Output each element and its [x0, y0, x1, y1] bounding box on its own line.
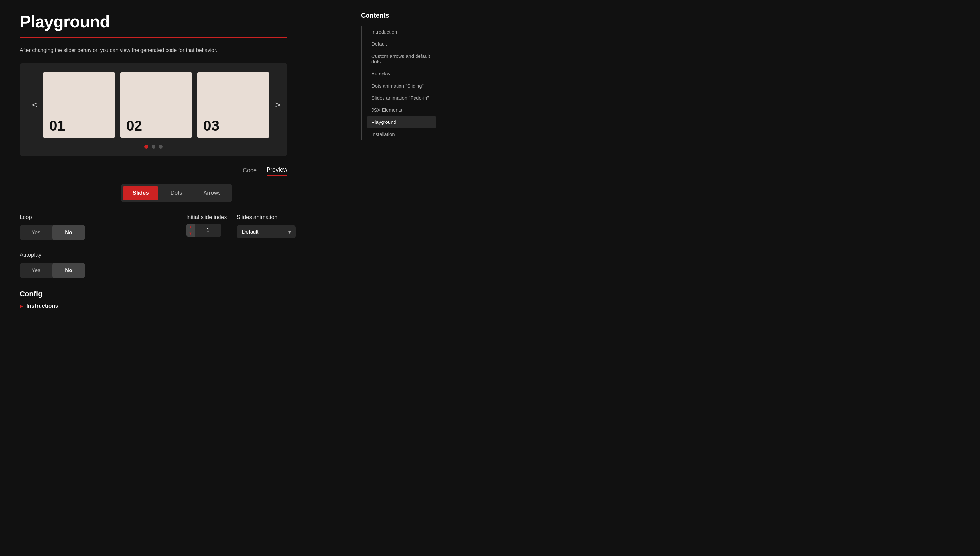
config-tab-arrows[interactable]: Arrows — [194, 186, 230, 200]
dot-3[interactable] — [159, 145, 163, 149]
slide-item-1: 01 — [43, 72, 115, 137]
sidebar-item-autoplay[interactable]: Autoplay — [367, 68, 436, 80]
slide-number-1: 01 — [49, 119, 65, 133]
sidebar-nav: Introduction Default Custom arrows and d… — [361, 26, 436, 140]
instructions-row[interactable]: ▶ Instructions — [19, 303, 287, 309]
slide-index-input[interactable] — [195, 224, 221, 237]
controls-grid: Loop Yes No Initial slide index ▲ ▼ Slid… — [19, 214, 333, 278]
loop-no-button[interactable]: No — [52, 225, 85, 240]
initial-slide-label: Initial slide index — [186, 214, 227, 220]
spinner-buttons: ▲ ▼ — [186, 224, 195, 236]
dot-2[interactable] — [152, 145, 155, 149]
next-arrow-button[interactable]: > — [269, 96, 286, 113]
page-title: Playground — [19, 12, 333, 31]
slides-animation-select[interactable]: Default Fade-in Sliding — [237, 225, 295, 238]
autoplay-control-group: Autoplay Yes No — [19, 252, 166, 278]
sidebar-item-installation[interactable]: Installation — [367, 128, 436, 140]
slider-container: < 01 02 03 > — [19, 63, 287, 157]
sidebar: Contents Introduction Default Custom arr… — [353, 0, 444, 556]
loop-label: Loop — [19, 214, 166, 220]
tab-code[interactable]: Code — [243, 166, 257, 176]
sidebar-item-default[interactable]: Default — [367, 38, 436, 50]
config-tab-slides[interactable]: Slides — [123, 186, 158, 200]
loop-yes-button[interactable]: Yes — [19, 225, 52, 240]
slides-animation-select-wrapper: Default Fade-in Sliding — [237, 225, 295, 238]
config-section: Config ▶ Instructions — [19, 290, 287, 309]
instructions-label: Instructions — [26, 303, 58, 309]
spinner-down-button[interactable]: ▼ — [186, 230, 195, 236]
autoplay-toggle: Yes No — [19, 263, 85, 278]
spinner-up-button[interactable]: ▲ — [186, 224, 195, 230]
autoplay-yes-button[interactable]: Yes — [19, 263, 52, 278]
sidebar-item-introduction[interactable]: Introduction — [367, 26, 436, 38]
contents-title: Contents — [361, 12, 436, 19]
slide-index-group: Initial slide index ▲ ▼ — [186, 214, 227, 237]
tab-preview[interactable]: Preview — [266, 166, 287, 176]
slide-number-2: 02 — [126, 119, 142, 133]
loop-toggle: Yes No — [19, 225, 85, 240]
slide-item-3: 03 — [197, 72, 269, 137]
autoplay-label: Autoplay — [19, 252, 166, 259]
slides-animation-group: Slides animation Default Fade-in Sliding — [237, 214, 295, 238]
config-title: Config — [19, 290, 287, 298]
code-preview-tab-row: Code Preview — [19, 166, 287, 176]
triangle-icon: ▶ — [19, 304, 23, 309]
dots-row — [26, 145, 281, 149]
slides-animation-label: Slides animation — [237, 214, 295, 220]
loop-control-group: Loop Yes No — [19, 214, 166, 240]
slide-number-3: 03 — [203, 119, 219, 133]
title-divider — [19, 37, 287, 38]
sidebar-item-playground[interactable]: Playground — [367, 116, 436, 128]
prev-arrow-button[interactable]: < — [26, 96, 43, 113]
slide-index-anim-group: Initial slide index ▲ ▼ Slides animation… — [186, 214, 333, 240]
autoplay-no-button[interactable]: No — [52, 263, 85, 278]
dot-1[interactable] — [144, 145, 148, 149]
slides-wrapper: 01 02 03 — [43, 72, 269, 137]
sidebar-item-custom-arrows[interactable]: Custom arrows and default dots — [367, 50, 436, 68]
sidebar-item-dots-animation[interactable]: Dots animation "Sliding" — [367, 80, 436, 92]
slide-index-control: ▲ ▼ — [186, 224, 227, 237]
config-tabs-bar: Slides Dots Arrows — [121, 184, 232, 202]
slide-item-2: 02 — [120, 72, 192, 137]
sidebar-item-jsx-elements[interactable]: JSX Elements — [367, 104, 436, 116]
config-tab-dots[interactable]: Dots — [158, 186, 194, 200]
sidebar-item-slides-animation[interactable]: Slides animation "Fade-in" — [367, 92, 436, 104]
page-description: After changing the slider behavior, you … — [19, 47, 333, 53]
